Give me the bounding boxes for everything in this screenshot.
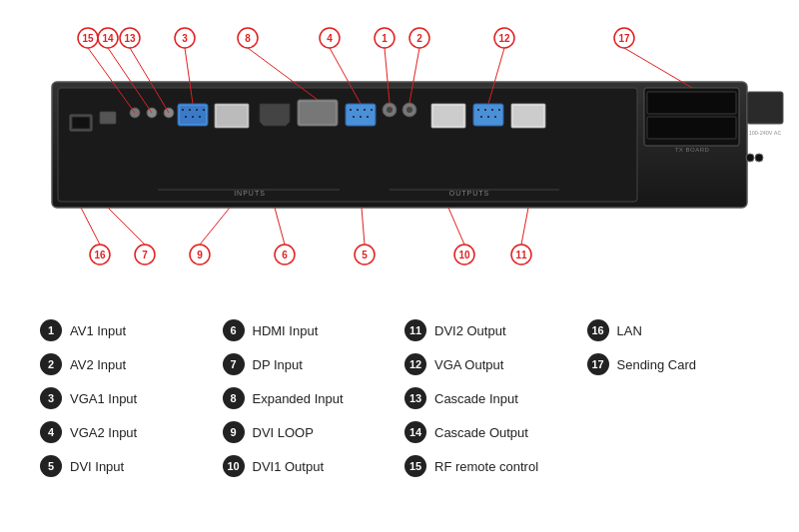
svg-rect-35 <box>433 106 463 126</box>
svg-point-5 <box>130 108 140 118</box>
legend-number-1: 1 <box>40 319 62 341</box>
svg-point-11 <box>189 109 191 111</box>
svg-line-97 <box>275 208 285 245</box>
svg-text:INPUTS: INPUTS <box>234 190 266 197</box>
legend-number-8: 8 <box>223 387 245 409</box>
legend-text-9: DVI LOOP <box>253 425 314 440</box>
legend-number-14: 14 <box>404 421 426 443</box>
svg-point-40 <box>498 109 500 111</box>
legend-text-7: DP Input <box>253 357 303 372</box>
svg-point-86 <box>614 28 634 48</box>
svg-marker-19 <box>260 104 290 126</box>
legend-item-17: 17 Sending Card <box>587 353 760 375</box>
legend-item-10: 10 DVI1 Output <box>223 455 396 477</box>
legend-text-10: DVI1 Output <box>253 459 325 474</box>
legend-item-5: 5 DVI Input <box>40 455 213 477</box>
svg-line-103 <box>448 208 464 245</box>
svg-text:1: 1 <box>382 33 388 44</box>
svg-point-31 <box>387 107 393 113</box>
legend-col-4: 16 LAN 17 Sending Card <box>587 319 760 477</box>
svg-point-80 <box>409 28 429 48</box>
svg-point-6 <box>147 108 157 118</box>
svg-rect-52 <box>647 117 736 139</box>
svg-point-13 <box>203 109 205 111</box>
svg-rect-8 <box>178 104 208 126</box>
legend-item-13: 13 Cascade Input <box>404 387 577 409</box>
legend-text-1: AV1 Input <box>70 323 126 338</box>
svg-text:7: 7 <box>142 250 148 261</box>
legend-number-3: 3 <box>40 387 62 409</box>
svg-point-83 <box>494 28 514 48</box>
svg-point-57 <box>755 154 763 162</box>
svg-text:2: 2 <box>416 33 422 44</box>
svg-point-7 <box>164 108 174 118</box>
svg-text:6: 6 <box>282 250 288 261</box>
svg-text:5: 5 <box>362 250 368 261</box>
legend-text-11: DVI2 Output <box>434 323 506 338</box>
svg-rect-18 <box>217 106 247 126</box>
svg-line-106 <box>521 208 528 245</box>
legend-number-13: 13 <box>404 387 426 409</box>
svg-rect-44 <box>511 104 545 128</box>
legend-number-5: 5 <box>40 455 62 477</box>
svg-rect-50 <box>644 88 739 146</box>
svg-line-67 <box>185 48 193 104</box>
svg-point-28 <box>360 116 362 118</box>
svg-point-71 <box>238 28 258 48</box>
legend-item-14: 14 Cascade Output <box>404 421 577 443</box>
legend-item-11: 11 DVI2 Output <box>404 319 577 341</box>
svg-line-73 <box>330 48 361 104</box>
svg-point-95 <box>190 245 210 265</box>
legend-item-3: 3 VGA1 Input <box>40 387 213 409</box>
svg-text:8: 8 <box>245 33 251 44</box>
svg-point-101 <box>355 245 375 265</box>
legend-item-8: 8 Expanded Input <box>223 387 396 409</box>
legend-number-4: 4 <box>40 421 62 443</box>
svg-point-38 <box>484 109 486 111</box>
svg-point-30 <box>383 103 397 117</box>
svg-point-41 <box>480 116 482 118</box>
legend-text-8: Expanded Input <box>253 391 344 406</box>
legend-text-4: VGA2 Input <box>70 425 137 440</box>
legend-number-2: 2 <box>40 353 62 375</box>
svg-rect-45 <box>513 106 543 126</box>
legend-item-12: 12 VGA Output <box>404 353 577 375</box>
legend-number-7: 7 <box>223 353 245 375</box>
svg-text:17: 17 <box>618 33 630 44</box>
device-section: INPUTS OUTPUTS TX BOARD 100-240V AC 15 1… <box>0 0 799 299</box>
svg-rect-21 <box>300 102 336 124</box>
svg-point-77 <box>375 28 395 48</box>
legend-text-3: VGA1 Input <box>70 391 137 406</box>
svg-text:10: 10 <box>458 250 470 261</box>
legend-text-12: VGA Output <box>434 357 503 372</box>
legend-item-6: 6 HDMI Input <box>223 319 396 341</box>
svg-line-100 <box>362 208 365 245</box>
svg-text:14: 14 <box>102 33 114 44</box>
svg-point-29 <box>367 116 369 118</box>
legend-number-12: 12 <box>404 353 426 375</box>
svg-text:9: 9 <box>197 250 203 261</box>
legend-item-1: 1 AV1 Input <box>40 319 213 341</box>
legend-item-7: 7 DP Input <box>223 353 396 375</box>
legend-text-2: AV2 Input <box>70 357 126 372</box>
svg-text:4: 4 <box>327 33 333 44</box>
svg-point-27 <box>353 116 355 118</box>
legend-number-10: 10 <box>223 455 245 477</box>
svg-text:16: 16 <box>94 250 106 261</box>
svg-rect-17 <box>215 104 249 128</box>
svg-point-42 <box>487 116 489 118</box>
svg-point-32 <box>402 103 416 117</box>
legend-number-16: 16 <box>587 319 609 341</box>
svg-point-107 <box>511 245 531 265</box>
svg-rect-2 <box>70 115 92 131</box>
svg-point-59 <box>78 28 98 48</box>
legend-number-9: 9 <box>223 421 245 443</box>
legend-number-11: 11 <box>404 319 426 341</box>
legend-item-15: 15 RF remote control <box>404 455 577 477</box>
svg-point-39 <box>491 109 493 111</box>
svg-point-33 <box>406 107 412 113</box>
svg-text:OUTPUTS: OUTPUTS <box>449 190 489 197</box>
svg-line-61 <box>108 48 152 113</box>
svg-point-43 <box>494 116 496 118</box>
svg-point-16 <box>199 116 201 118</box>
